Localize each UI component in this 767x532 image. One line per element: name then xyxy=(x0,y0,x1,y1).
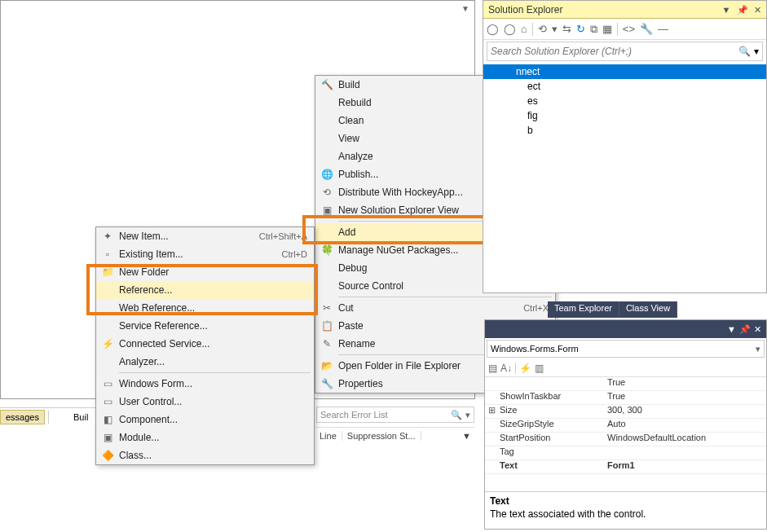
dropdown-icon[interactable]: ▼ xyxy=(721,5,730,15)
menu-icon: ▣ xyxy=(96,432,119,443)
back-icon[interactable]: ◯ xyxy=(487,23,499,35)
search-icon[interactable]: 🔍 xyxy=(451,410,462,420)
property-pages-icon[interactable]: ▥ xyxy=(535,363,544,374)
filter-icon[interactable]: ▼ xyxy=(462,431,471,441)
property-value[interactable]: 300, 300 xyxy=(607,405,766,418)
menu-item-new-item-[interactable]: ✦New Item...Ctrl+Shift+A xyxy=(96,227,314,245)
preview-icon[interactable]: — xyxy=(658,23,668,35)
menu-label: Connected Service... xyxy=(119,338,307,350)
sync-icon[interactable]: ⟲ xyxy=(538,23,547,35)
tab-class-view[interactable]: Class View xyxy=(619,301,677,318)
menu-label: Class... xyxy=(119,450,307,461)
dropdown-icon[interactable]: ▼ xyxy=(727,324,736,334)
refresh-icon[interactable]: ↻ xyxy=(576,23,585,35)
collapse-icon[interactable]: ⧉ xyxy=(590,23,597,36)
show-all-icon[interactable]: ▦ xyxy=(602,23,612,35)
menu-icon: ▫ xyxy=(96,248,119,260)
pin-icon[interactable]: 📌 xyxy=(739,324,751,335)
menu-item-user-control-[interactable]: ▭User Control... xyxy=(96,393,314,411)
error-list-search[interactable]: Search Error List 🔍 ▾ xyxy=(316,407,474,423)
properties-object-combo[interactable]: Windows.Forms.Form ▾ xyxy=(487,340,765,358)
search-icon[interactable]: 🔍 xyxy=(738,46,751,57)
property-row[interactable]: True xyxy=(485,377,766,391)
menu-icon: 🔶 xyxy=(96,450,119,461)
tab-team-explorer[interactable]: Team Explorer xyxy=(548,301,619,318)
solution-explorer-panel: Solution Explorer ▼ 📌 ✕ ◯ ◯ ⌂ ⟲ ▾ ⇆ ↻ ⧉ … xyxy=(483,0,767,293)
menu-icon: ✎ xyxy=(315,338,338,350)
solution-search-input[interactable] xyxy=(491,46,738,57)
tree-item[interactable]: nnect xyxy=(483,64,766,79)
menu-item-new-folder[interactable]: 📁New Folder xyxy=(96,263,314,281)
property-row[interactable]: Size300, 300 xyxy=(485,405,766,419)
menu-item-service-reference-[interactable]: Service Reference... xyxy=(96,317,314,335)
menu-icon: ◧ xyxy=(96,414,119,425)
menu-item-connected-service-[interactable]: ⚡Connected Service... xyxy=(96,335,314,353)
menu-label: Reference... xyxy=(119,284,307,296)
col-suppression[interactable]: Suppression St... xyxy=(347,431,421,441)
property-row[interactable]: ShowInTaskbarTrue xyxy=(485,391,766,405)
pin-icon[interactable]: 📌 xyxy=(737,5,748,15)
menu-icon: ✦ xyxy=(96,231,119,242)
close-icon[interactable]: ✕ xyxy=(754,5,761,15)
menu-icon: ▣ xyxy=(315,204,338,216)
menu-separator xyxy=(338,297,552,297)
properties-grid: TrueShowInTaskbarTrueSize300, 300SizeGri… xyxy=(485,377,766,491)
build-button[interactable]: Buil xyxy=(70,411,91,424)
menu-item-web-reference-[interactable]: Web Reference... xyxy=(96,299,314,317)
col-line[interactable]: Line xyxy=(320,431,342,441)
property-name: Text xyxy=(485,460,607,473)
alphabetical-icon[interactable]: A↓ xyxy=(500,363,512,374)
menu-item-component-[interactable]: ◧Component... xyxy=(96,411,314,429)
messages-button[interactable]: essages xyxy=(0,410,45,424)
close-icon[interactable]: ✕ xyxy=(754,324,761,335)
tree-item[interactable]: fig xyxy=(483,108,766,123)
property-row[interactable]: SizeGripStyleAuto xyxy=(485,419,766,433)
property-value[interactable]: True xyxy=(607,377,766,390)
menu-icon: ⚡ xyxy=(96,338,119,350)
error-search-placeholder: Search Error List xyxy=(320,410,388,420)
swap-icon[interactable]: ⇆ xyxy=(562,23,571,35)
property-value[interactable]: Auto xyxy=(607,419,766,432)
menu-item-windows-form-[interactable]: ▭Windows Form... xyxy=(96,375,314,393)
property-row[interactable]: TextForm1 xyxy=(485,460,766,474)
menu-item-cut[interactable]: ✂CutCtrl+X xyxy=(315,299,555,317)
property-row[interactable]: Tag xyxy=(485,446,766,460)
side-tabs: Team Explorer Class View xyxy=(548,301,677,318)
combo-text: Windows.Forms.Form xyxy=(491,344,579,354)
properties-icon[interactable]: 🔧 xyxy=(640,23,653,35)
property-name xyxy=(485,377,607,390)
property-value[interactable]: WindowsDefaultLocation xyxy=(607,433,766,446)
property-name: Size xyxy=(485,405,607,418)
menu-icon: 📁 xyxy=(96,266,119,278)
menu-item-existing-item-[interactable]: ▫Existing Item...Ctrl+D xyxy=(96,245,314,263)
categorized-icon[interactable]: ▤ xyxy=(488,363,497,374)
code-icon[interactable]: <> xyxy=(623,23,635,35)
menu-label: Component... xyxy=(119,414,307,425)
dropdown-icon[interactable]: ▾ xyxy=(465,410,470,420)
solution-explorer-toolbar: ◯ ◯ ⌂ ⟲ ▾ ⇆ ↻ ⧉ ▦ <> 🔧 — xyxy=(483,19,766,40)
menu-icon: ⟲ xyxy=(315,187,338,198)
property-name: StartPosition xyxy=(485,433,607,446)
fwd-icon[interactable]: ◯ xyxy=(504,23,516,35)
editor-dropdown-icon[interactable]: ▼ xyxy=(461,4,469,13)
property-name: SizeGripStyle xyxy=(485,419,607,432)
solution-tree: nnectectesfigb xyxy=(483,63,766,139)
property-value[interactable] xyxy=(607,446,766,459)
tree-item[interactable]: b xyxy=(483,123,766,138)
menu-item-module-[interactable]: ▣Module... xyxy=(96,429,314,446)
menu-item-class-[interactable]: 🔶Class... xyxy=(96,446,314,464)
dropdown-icon[interactable]: ▾ xyxy=(754,46,759,57)
property-value[interactable]: Form1 xyxy=(607,460,766,473)
property-row[interactable]: StartPositionWindowsDefaultLocation xyxy=(485,433,766,446)
property-value[interactable]: True xyxy=(607,391,766,404)
solution-search[interactable]: 🔍 ▾ xyxy=(487,42,763,61)
pending-icon[interactable]: ▾ xyxy=(552,23,558,35)
menu-label: Existing Item... xyxy=(119,248,282,260)
home-icon[interactable]: ⌂ xyxy=(521,23,527,35)
tree-item[interactable]: es xyxy=(483,94,766,108)
menu-item-reference-[interactable]: Reference... xyxy=(96,281,314,299)
menu-item-analyzer-[interactable]: Analyzer... xyxy=(96,353,314,371)
add-submenu: ✦New Item...Ctrl+Shift+A▫Existing Item..… xyxy=(95,226,315,465)
events-icon[interactable]: ⚡ xyxy=(519,363,531,374)
tree-item[interactable]: ect xyxy=(483,79,766,94)
